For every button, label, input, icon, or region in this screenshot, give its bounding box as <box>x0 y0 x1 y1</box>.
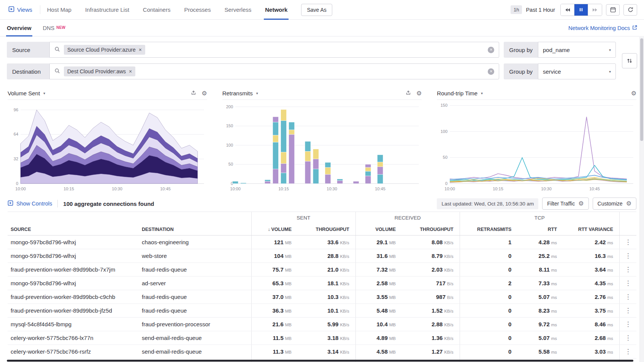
cell-received-throughput: 8.79KB/s <box>402 249 460 263</box>
vertical-scrollbar-thumb[interactable] <box>640 38 643 141</box>
row-menu-button[interactable]: ⋮ <box>619 331 636 345</box>
gear-icon[interactable]: ⚙ <box>201 90 207 96</box>
time-playback-controls <box>560 4 602 16</box>
save-as-button[interactable]: Save As <box>301 4 332 16</box>
cell-received-volume: 3.55MB <box>355 290 402 304</box>
round-trip-time-panel: Round-trip Time▾ ⚙ 05010015010:0010:1510… <box>437 87 636 193</box>
col-sent-throughput[interactable]: THROUGHPUT <box>298 223 355 236</box>
swap-source-destination-button[interactable] <box>622 53 637 68</box>
source-filter-label: Source <box>7 42 49 58</box>
last-updated-label: Last updated: Wed, Oct 28, 10:56:30 am <box>437 198 538 209</box>
cell-sent-throughput: 5.99KB/s <box>298 318 355 331</box>
source-filter-input[interactable]: Source Cloud Provider:azure× × <box>49 42 499 58</box>
row-menu-button[interactable]: ⋮ <box>619 236 636 249</box>
col-sent-volume[interactable]: ↓VOLUME <box>251 223 298 236</box>
chevron-down-icon: ▾ <box>609 48 611 52</box>
tab-dns[interactable]: DNSNEW <box>43 20 66 36</box>
table-row[interactable]: mongo-597bc8d796-wlhxj web-store 104MB 2… <box>8 249 636 263</box>
search-icon <box>54 46 60 53</box>
show-controls-button[interactable]: Show Controls <box>8 200 52 207</box>
remove-tag-icon[interactable]: × <box>129 68 132 74</box>
col-source[interactable]: SOURCE <box>8 223 139 236</box>
cell-retransmits: 0 <box>460 249 517 263</box>
nav-tab-network[interactable]: Network <box>265 0 287 19</box>
destination-group-by-select[interactable]: service▾ <box>538 63 616 79</box>
col-received-volume[interactable]: VOLUME <box>355 223 402 236</box>
remove-tag-icon[interactable]: × <box>139 47 142 53</box>
pause-button[interactable] <box>574 4 588 16</box>
fast-forward-button[interactable] <box>588 4 602 16</box>
row-menu-button[interactable]: ⋮ <box>619 345 636 359</box>
retransmits-chart[interactable]: 05010015020010:0010:1510:3010:45 <box>222 100 422 193</box>
cell-sent-volume: 65.3MB <box>251 277 298 290</box>
nav-tab-processes[interactable]: Processes <box>184 0 211 19</box>
cell-destination: chaos-engineering <box>139 236 251 249</box>
charts-section: Volume Sent▾ ⚙ 032649610:0010:1510:3010:… <box>0 85 644 196</box>
views-icon <box>8 6 14 13</box>
col-received-throughput[interactable]: THROUGHPUT <box>402 223 460 236</box>
table-row[interactable]: celery-worker-5775cbc766-rsrfz send-emai… <box>8 345 636 359</box>
cell-source: mysql-54c8f4d45-lbmpg <box>8 318 139 331</box>
filter-traffic-button[interactable]: Filter Traffic⚙ <box>542 198 588 210</box>
source-filter-tag[interactable]: Source Cloud Provider:azure× <box>64 45 145 55</box>
cell-sent-throughput: 10.3KB/s <box>298 290 355 304</box>
round-trip-time-metric-select[interactable]: Round-trip Time▾ <box>437 90 483 96</box>
cell-rtt-variance: 2.76ms <box>563 290 619 304</box>
table-column-header: SOURCE DESTINATION ↓VOLUME THROUGHPUT VO… <box>8 223 636 236</box>
gear-icon[interactable]: ⚙ <box>416 90 422 96</box>
panel-icon <box>8 200 13 207</box>
col-destination[interactable]: DESTINATION <box>139 223 251 236</box>
horizontal-scrollbar-thumb[interactable] <box>7 360 633 362</box>
sort-descending-icon: ↓ <box>268 227 270 232</box>
nav-tab-infrastructure-list[interactable]: Infrastructure List <box>85 0 129 19</box>
clear-source-filter-icon[interactable]: × <box>488 47 494 53</box>
row-menu-button[interactable]: ⋮ <box>619 277 636 290</box>
export-icon[interactable] <box>406 90 411 96</box>
row-menu-button[interactable]: ⋮ <box>619 249 636 263</box>
docs-link[interactable]: Network Monitoring Docs <box>568 20 637 36</box>
cell-rtt: 7.33ms <box>517 277 563 290</box>
table-group-header: SENT RECEIVED TCP <box>8 212 636 223</box>
row-menu-button[interactable]: ⋮ <box>619 318 636 331</box>
nav-tab-serverless[interactable]: Serverless <box>224 0 251 19</box>
table-row[interactable]: fraud-prevention-worker-89d99bcb-jfz5d f… <box>8 304 636 318</box>
volume-sent-chart[interactable]: 032649610:0010:1510:3010:45 <box>8 100 207 193</box>
nav-tab-containers[interactable]: Containers <box>143 0 171 19</box>
round-trip-time-chart[interactable]: 05010015010:0010:1510:3010:45 <box>437 100 636 193</box>
col-rtt-variance[interactable]: RTT VARIANCE <box>563 223 619 236</box>
views-button[interactable]: Views <box>5 0 36 19</box>
destination-filter-input[interactable]: Dest Cloud Provider:aws× × <box>49 63 499 79</box>
row-menu-button[interactable]: ⋮ <box>619 304 636 318</box>
vertical-scrollbar[interactable] <box>639 37 644 362</box>
svg-text:10:45: 10:45 <box>160 187 171 191</box>
volume-sent-metric-select[interactable]: Volume Sent▾ <box>8 90 45 96</box>
gear-icon: ⚙ <box>578 201 584 207</box>
calendar-button[interactable] <box>606 4 620 16</box>
table-row[interactable]: mongo-597bc8d796-wlhxj chaos-engineering… <box>8 236 636 249</box>
row-menu-button[interactable]: ⋮ <box>619 263 636 277</box>
row-menu-button[interactable]: ⋮ <box>619 290 636 304</box>
tab-overview[interactable]: Overview <box>7 20 32 36</box>
cell-received-volume: 2.58MB <box>355 277 402 290</box>
destination-filter-tag[interactable]: Dest Cloud Provider:aws× <box>64 66 135 76</box>
clear-destination-filter-icon[interactable]: × <box>488 68 494 75</box>
destination-filter-label: Destination <box>7 63 49 79</box>
source-group-by-select[interactable]: pod_name▾ <box>538 42 616 58</box>
rewind-button[interactable] <box>561 4 574 16</box>
retransmits-metric-select[interactable]: Retransmits▾ <box>222 90 258 96</box>
table-row[interactable]: fraud-prevention-worker-89d99bcb-7x7jm f… <box>8 263 636 277</box>
col-retransmits[interactable]: RETRANSMITS <box>460 223 517 236</box>
customize-button[interactable]: Customize⚙ <box>593 198 636 210</box>
col-rtt[interactable]: RTT <box>517 223 563 236</box>
table-row[interactable]: celery-worker-5775cbc766-lx77n send-emai… <box>8 331 636 345</box>
gear-icon[interactable]: ⚙ <box>631 90 636 96</box>
table-row[interactable]: fraud-prevention-worker-89d99bcb-c9chb f… <box>8 290 636 304</box>
cell-received-throughput: 1.52KB/s <box>402 304 460 318</box>
refresh-button[interactable] <box>623 4 637 16</box>
svg-text:150: 150 <box>441 103 447 107</box>
table-row[interactable]: mysql-54c8f4d45-lbmpg fraud-prevention-p… <box>8 318 636 331</box>
nav-tab-host-map[interactable]: Host Map <box>47 0 71 19</box>
table-row[interactable]: mongo-597bc8d796-wlhxj ad-server 65.3MB … <box>8 277 636 290</box>
export-icon[interactable] <box>191 90 196 96</box>
cell-sent-volume: 36.3MB <box>251 304 298 318</box>
